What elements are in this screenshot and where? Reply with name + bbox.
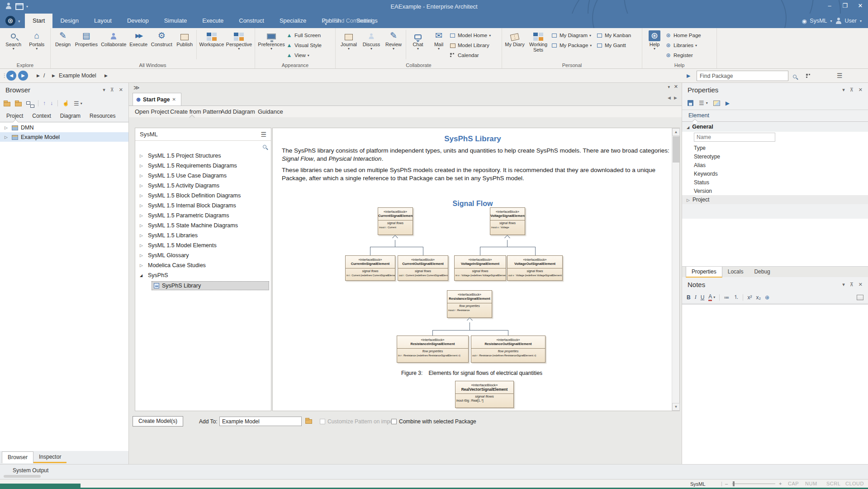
- mail-button[interactable]: ✉ Mail ▾: [428, 29, 449, 50]
- pattern-item[interactable]: ▷SysML 1.5 Requirements Diagrams: [135, 161, 271, 171]
- new-diagram-icon[interactable]: [26, 101, 33, 107]
- view-button[interactable]: ▲ View ▾: [286, 51, 322, 60]
- close-button[interactable]: ✕: [853, 0, 868, 12]
- expand-icon[interactable]: ▷: [140, 153, 144, 158]
- subscript-icon[interactable]: x₂: [756, 294, 761, 301]
- close-panel-icon[interactable]: ✕: [859, 282, 863, 288]
- calendar-button[interactable]: Calendar: [449, 51, 491, 60]
- project-section-row[interactable]: ▷Project: [682, 195, 868, 204]
- pin-icon[interactable]: ⊼: [850, 282, 854, 288]
- hyperlink-globe-icon[interactable]: ⊕: [765, 294, 769, 301]
- pattern-item[interactable]: ▷SysML 1.5 Block Definition Diagrams: [135, 191, 271, 201]
- pattern-menu-icon[interactable]: ☰: [261, 131, 266, 138]
- superscript-icon[interactable]: x²: [747, 294, 752, 301]
- expand-icon[interactable]: ▷: [140, 163, 144, 168]
- collaborate-button[interactable]: Collaborate: [100, 29, 128, 47]
- expand-icon[interactable]: ▷: [5, 125, 9, 130]
- minimize-button[interactable]: –: [822, 0, 837, 12]
- find-package-box[interactable]: [697, 71, 788, 81]
- my-diary-button[interactable]: My Diary: [504, 29, 526, 47]
- libraries-button[interactable]: ⊛ Libraries ▾: [665, 41, 701, 50]
- perspective-caret-icon[interactable]: ▾: [830, 19, 832, 23]
- zoom-in-icon[interactable]: +: [779, 481, 782, 486]
- workspace-button[interactable]: Workspace: [198, 29, 225, 47]
- pattern-item[interactable]: ▷SysML 1.5 Activity Diagrams: [135, 181, 271, 191]
- create-models-button[interactable]: Create Model(s): [133, 416, 183, 427]
- field-version[interactable]: Version: [682, 187, 868, 195]
- browser-tab-diagram[interactable]: Diagram: [60, 113, 81, 119]
- pattern-search-icon[interactable]: [263, 143, 266, 149]
- bold-icon[interactable]: B: [687, 294, 691, 301]
- layout-grid-icon[interactable]: [806, 73, 811, 79]
- working-sets-button[interactable]: Working Sets: [526, 29, 551, 53]
- element-image-icon[interactable]: [713, 101, 720, 106]
- expand-icon[interactable]: ▷: [140, 243, 144, 248]
- scroll-down-icon[interactable]: ▼: [672, 403, 680, 411]
- portals-button[interactable]: ⌂ Portals ▾: [25, 29, 49, 50]
- zoom-slider-thumb[interactable]: [733, 481, 735, 486]
- browser-tab-resources[interactable]: Resources: [90, 113, 115, 119]
- tree-item-dmn[interactable]: ▷ DMN: [0, 123, 128, 132]
- field-status[interactable]: Status: [682, 178, 868, 187]
- dropdown-caret-icon[interactable]: ▾: [81, 101, 82, 105]
- pattern-item[interactable]: ▷SysML 1.5 Internal Block Diagrams: [135, 201, 271, 211]
- font-color-icon[interactable]: A: [708, 293, 712, 301]
- start-page-tab[interactable]: ⊛ Start Page ✕: [133, 93, 181, 105]
- scrollbar-thumb[interactable]: [673, 136, 679, 163]
- browser-menu-icon[interactable]: ☰: [74, 100, 79, 107]
- field-alias[interactable]: Alias: [682, 161, 868, 169]
- system-output-scroll-thumb[interactable]: [4, 475, 41, 478]
- restore-button[interactable]: ❐: [837, 0, 853, 12]
- chat-button[interactable]: Chat ▾: [408, 29, 428, 50]
- tab-design[interactable]: Design: [52, 14, 86, 28]
- scroll-tabs-left-icon[interactable]: ◀: [668, 96, 671, 100]
- save-icon[interactable]: [688, 100, 693, 106]
- review-button[interactable]: ✎ Review ▾: [383, 29, 404, 50]
- find-package-input[interactable]: [697, 71, 788, 81]
- browser-tab-context[interactable]: Context: [32, 113, 51, 119]
- nav-forward-button[interactable]: ▶: [18, 71, 28, 81]
- journal-button[interactable]: Journal ▾: [337, 29, 360, 50]
- panel-menu-caret-icon[interactable]: ▾: [842, 282, 845, 288]
- field-keywords[interactable]: Keywords: [682, 169, 868, 178]
- menu-hamburger-icon[interactable]: ☰: [837, 69, 843, 83]
- publish-button[interactable]: Publish: [174, 29, 195, 47]
- locate-pointer-icon[interactable]: ☝: [62, 100, 69, 106]
- add-to-input[interactable]: [219, 417, 302, 426]
- properties-button[interactable]: ▤ Properties: [73, 29, 100, 47]
- system-output-label[interactable]: System Output: [13, 467, 48, 474]
- tab-start[interactable]: Start: [25, 14, 52, 28]
- tab-locals[interactable]: Locals: [722, 267, 749, 278]
- my-diagram-button[interactable]: My Diagram ▾: [551, 31, 596, 40]
- zoom-slider-track[interactable]: [732, 484, 775, 484]
- perspective-selector[interactable]: SysML: [810, 18, 827, 24]
- collapse-icon[interactable]: ◢: [140, 273, 144, 278]
- design-button[interactable]: ✎ Design: [52, 29, 73, 47]
- field-type[interactable]: Type: [682, 144, 868, 152]
- open-folder-icon[interactable]: [15, 102, 22, 106]
- expand-icon[interactable]: ▷: [140, 263, 144, 268]
- notes-document-icon[interactable]: [857, 294, 863, 301]
- pattern-item[interactable]: ▷Modelica Case Studies: [135, 260, 271, 270]
- visual-style-button[interactable]: ▲ Visual Style: [286, 41, 322, 50]
- link-create-from-pattern[interactable]: Create from Pattern: [170, 106, 222, 118]
- tab-develop[interactable]: Develop: [119, 14, 157, 28]
- model-home-button[interactable]: Model Home ▾: [449, 31, 491, 40]
- pattern-item[interactable]: ▷SysML 1.5 State Machine Diagrams: [135, 221, 271, 230]
- user-menu[interactable]: User: [845, 18, 857, 24]
- pattern-item-sysphs[interactable]: ◢SysPhS: [135, 270, 271, 280]
- find-command-input[interactable]: [332, 15, 407, 26]
- expand-icon[interactable]: ▷: [140, 233, 144, 238]
- expand-icon[interactable]: ▷: [140, 253, 144, 258]
- nav-back-button[interactable]: ◀: [6, 71, 16, 81]
- properties-element-tab[interactable]: Element: [682, 110, 868, 122]
- panel-menu-caret-icon[interactable]: ▾: [842, 87, 845, 93]
- bottom-tab-inspector[interactable]: Inspector: [33, 451, 66, 463]
- preferences-button[interactable]: Preferences ▾: [257, 29, 286, 50]
- register-button[interactable]: ⊛ Register: [665, 51, 701, 60]
- move-up-icon[interactable]: ↑: [43, 100, 46, 106]
- zoom-out-icon[interactable]: –: [725, 481, 728, 486]
- pattern-item[interactable]: ▷SysML 1.5 Project Structures: [135, 151, 271, 161]
- bullet-list-icon[interactable]: ≔: [724, 294, 729, 301]
- my-package-button[interactable]: My Package ▾: [551, 41, 596, 50]
